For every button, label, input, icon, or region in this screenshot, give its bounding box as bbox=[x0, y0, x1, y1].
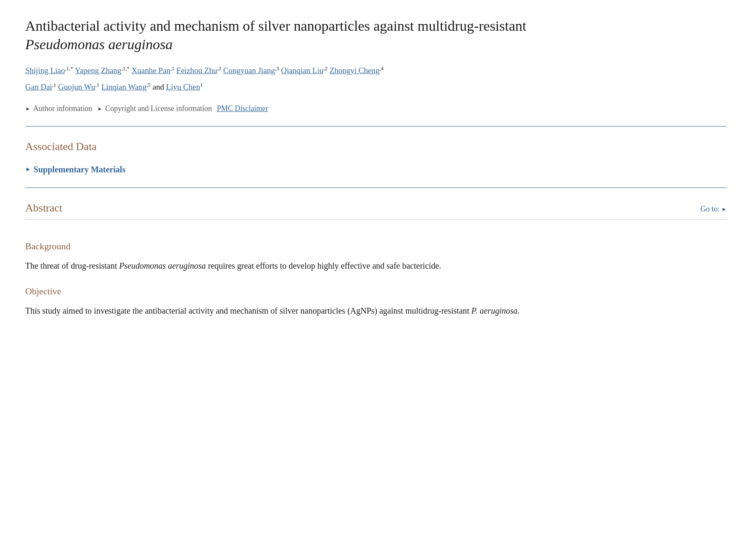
article-container: Antibacterial activity and mechanism of … bbox=[25, 17, 727, 317]
author-sup-4: ,2 bbox=[217, 65, 221, 71]
associated-data-heading: Associated Data bbox=[25, 138, 727, 155]
background-text-part2: requires great efforts to develop highly… bbox=[206, 261, 441, 270]
author-sup-8: ,1 bbox=[52, 81, 56, 87]
pmc-disclaimer-link[interactable]: PMC Disclaimer bbox=[217, 103, 268, 114]
author-info-link[interactable]: ► Author information bbox=[25, 103, 92, 114]
background-text-part1: The threat of drug-resistant bbox=[25, 261, 119, 270]
author-liyu-chen[interactable]: Liyu Chen bbox=[166, 82, 200, 91]
author-sup-9: ,1 bbox=[95, 81, 99, 87]
author-guojun-wu[interactable]: Guojun Wu bbox=[58, 82, 95, 91]
and-text: and bbox=[153, 82, 166, 91]
supplementary-label[interactable]: Supplementary Materials bbox=[34, 163, 125, 176]
author-sup-2: ,1,* bbox=[122, 65, 130, 71]
author-sup-7: ,4 bbox=[379, 65, 384, 71]
authors-line-1: Shijing Liao,1,* Yapeng Zhang,1,* Xuanhe… bbox=[25, 64, 727, 77]
background-heading: Background bbox=[25, 239, 727, 253]
associated-data-section: Associated Data ► Supplementary Material… bbox=[25, 138, 727, 176]
author-qianqian-liu[interactable]: Qianqian Liu bbox=[281, 66, 323, 75]
objective-text-part2: . bbox=[517, 306, 519, 315]
author-yapeng-zhang[interactable]: Yapeng Zhang bbox=[75, 66, 121, 75]
author-sup-10: ,5 bbox=[146, 81, 151, 87]
article-title: Antibacterial activity and mechanism of … bbox=[25, 17, 727, 54]
author-sup-6: ,2 bbox=[323, 65, 328, 71]
meta-links: ► Author information ► Copyright and Lic… bbox=[25, 103, 727, 114]
background-text-italic: Pseudomonas aeruginosa bbox=[119, 261, 206, 270]
authors-section: Shijing Liao,1,* Yapeng Zhang,1,* Xuanhe… bbox=[25, 64, 727, 94]
supplementary-materials-link[interactable]: ► Supplementary Materials bbox=[25, 163, 727, 176]
associated-data-divider bbox=[25, 188, 727, 188]
author-sup-11: 1 bbox=[200, 81, 203, 87]
objective-text-part1: This study aimed to investigate the anti… bbox=[25, 306, 471, 315]
goto-label[interactable]: Go to: bbox=[701, 203, 720, 215]
title-text-italic: Pseudomonas aeruginosa bbox=[25, 37, 172, 52]
goto-arrow: ► bbox=[721, 205, 727, 214]
copyright-arrow: ► bbox=[97, 105, 103, 113]
goto-link[interactable]: Go to: ► bbox=[701, 203, 727, 215]
author-info-arrow: ► bbox=[25, 105, 31, 113]
abstract-section: Abstract Go to: ► Background The threat … bbox=[25, 200, 727, 317]
copyright-link[interactable]: ► Copyright and License information bbox=[97, 103, 212, 114]
objective-text: This study aimed to investigate the anti… bbox=[25, 304, 727, 317]
objective-text-italic: P. aeruginosa bbox=[471, 306, 518, 315]
author-linqian-wang[interactable]: Linqian Wang bbox=[101, 82, 146, 91]
copyright-text[interactable]: Copyright and License information bbox=[105, 103, 212, 114]
author-info-text[interactable]: Author information bbox=[33, 103, 92, 114]
background-text: The threat of drug-resistant Pseudomonas… bbox=[25, 259, 727, 272]
author-shijing-liao[interactable]: Shijing Liao bbox=[25, 66, 65, 75]
author-sup-3: ,1 bbox=[170, 65, 175, 71]
author-zhongyi-cheng[interactable]: Zhongyi Cheng bbox=[329, 66, 379, 75]
abstract-heading: Abstract bbox=[25, 200, 62, 216]
title-text-main: Antibacterial activity and mechanism of … bbox=[25, 18, 527, 34]
author-xuanhe-pan[interactable]: Xuanhe Pan bbox=[132, 66, 170, 75]
objective-heading: Objective bbox=[25, 284, 727, 298]
abstract-header-row: Abstract Go to: ► bbox=[25, 200, 727, 219]
top-divider bbox=[25, 126, 727, 127]
author-feizhou-zhu[interactable]: Feizhou Zhu bbox=[177, 66, 217, 75]
abstract-content: Background The threat of drug-resistant … bbox=[25, 220, 727, 317]
author-sup-1: ,1,* bbox=[65, 65, 73, 71]
author-sup-5: ,3 bbox=[275, 65, 279, 71]
author-congyuan-jiang[interactable]: Congyuan Jiang bbox=[223, 66, 275, 75]
supplementary-arrow: ► bbox=[25, 165, 31, 174]
authors-line-2: Gan Dai,1 Guojun Wu,1 Linqian Wang,5 and… bbox=[25, 80, 727, 94]
author-gan-dai[interactable]: Gan Dai bbox=[25, 82, 52, 91]
